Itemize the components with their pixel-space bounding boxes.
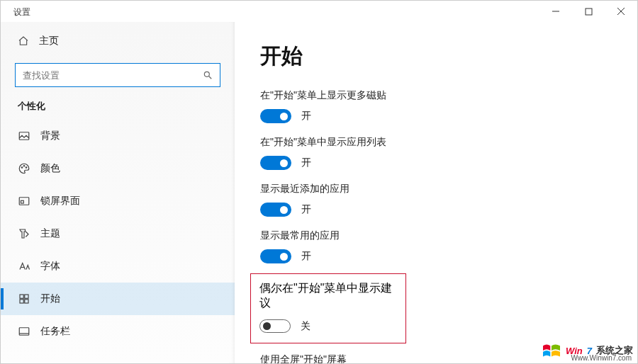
search-input[interactable] bbox=[23, 70, 203, 81]
svg-rect-17 bbox=[19, 328, 29, 336]
sidebar-item-label: 主题 bbox=[40, 227, 60, 240]
toggle-recent-apps[interactable] bbox=[260, 203, 291, 217]
toggle-suggestions[interactable] bbox=[259, 319, 291, 333]
sidebar-item-background[interactable]: 背景 bbox=[1, 120, 235, 152]
setting-label: 显示最常用的应用 bbox=[260, 229, 612, 242]
content-pane: 开始 在"开始"菜单上显示更多磁贴 开 在"开始"菜单中显示应用列表 开 显示最… bbox=[235, 22, 637, 363]
svg-rect-6 bbox=[19, 132, 29, 140]
highlighted-setting: 偶尔在"开始"菜单中显示建议 关 bbox=[250, 273, 406, 343]
sidebar-item-label: 开始 bbox=[40, 292, 60, 305]
svg-point-4 bbox=[204, 72, 209, 76]
svg-rect-14 bbox=[25, 295, 28, 298]
home-link[interactable]: 主页 bbox=[1, 28, 235, 55]
palette-icon bbox=[18, 162, 30, 175]
home-label: 主页 bbox=[39, 35, 59, 47]
maximize-icon bbox=[585, 8, 593, 16]
setting-label: 在"开始"菜单上显示更多磁贴 bbox=[260, 89, 612, 102]
sidebar-item-lockscreen[interactable]: 锁屏界面 bbox=[1, 185, 235, 217]
sidebar-item-themes[interactable]: 主题 bbox=[1, 217, 235, 250]
windows-flag-icon bbox=[542, 342, 561, 359]
home-icon bbox=[18, 35, 29, 47]
svg-rect-13 bbox=[20, 295, 23, 298]
toggle-more-tiles[interactable] bbox=[260, 109, 291, 123]
sidebar-item-label: 锁屏界面 bbox=[40, 195, 80, 207]
svg-rect-1 bbox=[586, 8, 592, 15]
svg-point-7 bbox=[21, 167, 23, 169]
sidebar-item-colors[interactable]: 颜色 bbox=[1, 152, 235, 185]
search-input-wrap[interactable] bbox=[15, 63, 220, 87]
svg-point-8 bbox=[23, 166, 25, 167]
page-title: 开始 bbox=[260, 42, 612, 71]
sidebar: 主页 个性化 背景 颜色 锁屏界面 bbox=[1, 22, 235, 363]
minimize-button[interactable] bbox=[539, 1, 572, 22]
lockscreen-icon bbox=[18, 195, 30, 207]
setting-label: 偶尔在"开始"菜单中显示建议 bbox=[259, 281, 397, 311]
svg-rect-11 bbox=[21, 200, 24, 203]
minimize-icon bbox=[552, 7, 560, 16]
close-button[interactable] bbox=[605, 1, 637, 22]
maximize-button[interactable] bbox=[572, 1, 605, 22]
sidebar-item-fonts[interactable]: 字体 bbox=[1, 250, 235, 283]
setting-more-tiles: 在"开始"菜单上显示更多磁贴 开 bbox=[260, 89, 612, 123]
sidebar-item-label: 背景 bbox=[40, 130, 60, 142]
search-icon bbox=[203, 70, 213, 80]
sidebar-item-taskbar[interactable]: 任务栏 bbox=[1, 315, 235, 348]
window-title: 设置 bbox=[13, 6, 30, 18]
sidebar-item-label: 任务栏 bbox=[40, 325, 70, 338]
sidebar-item-start[interactable]: 开始 bbox=[1, 283, 235, 315]
category-title: 个性化 bbox=[1, 100, 235, 120]
theme-icon bbox=[18, 227, 30, 240]
setting-app-list: 在"开始"菜单中显示应用列表 开 bbox=[260, 136, 612, 170]
svg-rect-15 bbox=[20, 300, 23, 303]
setting-recent-apps: 显示最近添加的应用 开 bbox=[260, 183, 612, 217]
toggle-state: 开 bbox=[301, 250, 311, 263]
toggle-mostused-apps[interactable] bbox=[260, 249, 291, 263]
setting-label: 显示最近添加的应用 bbox=[260, 183, 612, 195]
image-icon bbox=[18, 130, 30, 142]
sidebar-item-label: 字体 bbox=[40, 260, 60, 273]
font-icon bbox=[18, 260, 30, 273]
toggle-state: 开 bbox=[301, 157, 311, 169]
watermark: Win7系统之家 Www.Winwin7.com bbox=[488, 321, 637, 363]
setting-mostused-apps: 显示最常用的应用 开 bbox=[260, 229, 612, 263]
svg-rect-16 bbox=[25, 300, 28, 303]
toggle-state: 关 bbox=[301, 320, 310, 333]
close-icon bbox=[617, 7, 625, 16]
nav-list: 背景 颜色 锁屏界面 主题 字体 bbox=[1, 120, 235, 348]
toggle-state: 开 bbox=[301, 203, 311, 216]
toggle-app-list[interactable] bbox=[260, 156, 291, 170]
svg-line-5 bbox=[209, 76, 212, 79]
start-icon bbox=[18, 292, 30, 305]
svg-point-9 bbox=[26, 167, 27, 169]
titlebar: 设置 bbox=[1, 1, 637, 22]
toggle-state: 开 bbox=[301, 110, 311, 123]
watermark-url: Www.Winwin7.com bbox=[571, 354, 632, 362]
setting-label: 在"开始"菜单中显示应用列表 bbox=[260, 136, 612, 149]
taskbar-icon bbox=[18, 325, 30, 338]
sidebar-item-label: 颜色 bbox=[40, 162, 60, 175]
